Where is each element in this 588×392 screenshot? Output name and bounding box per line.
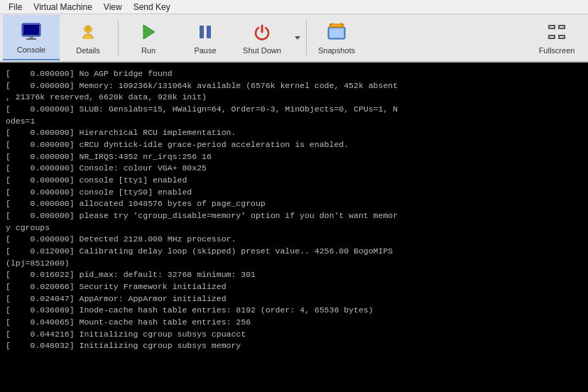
svg-marker-9 (295, 36, 300, 40)
console-line: [ 0.044216] Initializing cgroup subsys c… (6, 329, 582, 341)
toolbar: Console Details Run Pause (0, 14, 588, 62)
console-line: [ 0.036089] Inode-cache hash table entri… (6, 305, 582, 317)
shutdown-icon (251, 21, 273, 43)
pause-button[interactable]: Pause (177, 15, 234, 60)
menu-item-file[interactable]: File (3, 1, 28, 13)
console-line: [ 0.000000] Memory: 109236k/131064k avai… (6, 80, 582, 92)
details-button[interactable]: Details (60, 15, 116, 60)
svg-rect-11 (330, 28, 344, 38)
menu-item-view[interactable]: View (98, 1, 128, 13)
run-label: Run (141, 46, 156, 55)
console-label: Console (17, 45, 45, 54)
console-line: [ 0.012000] Calibrating delay loop (skip… (6, 246, 582, 258)
svg-rect-14 (331, 24, 342, 27)
console-line: odes=1 (6, 116, 582, 128)
console-line: [ 0.048032] Initializing cgroup subsys m… (6, 340, 582, 352)
console-line: [ 0.000000] No AGP bridge found (6, 68, 582, 80)
shutdown-button[interactable]: Shut Down (234, 15, 290, 60)
menu-item-virtual-machine[interactable]: Virtual Machine (28, 1, 98, 13)
menu-item-send-key[interactable]: Send Key (128, 1, 176, 13)
console-line: [ 0.000000] cRCU dyntick-idle grace-peri… (6, 139, 582, 151)
console-line: y cgroups (6, 222, 582, 234)
svg-rect-8 (207, 26, 211, 38)
svg-rect-1 (23, 25, 39, 35)
details-label: Details (76, 46, 100, 55)
console-line: [ 0.000000] console [ttyS0] enabled (6, 187, 582, 199)
console-line: [ 0.000000] please try 'cgroup_disable=m… (6, 210, 582, 222)
console-line: [ 0.000000] Console: colour VGA+ 80x25 (6, 163, 582, 175)
svg-marker-6 (143, 25, 155, 39)
separator-1 (118, 20, 119, 55)
console-line: [ 0.000000] SLUB: Genslabs=15, HWalign=6… (6, 104, 582, 116)
console-button[interactable]: Console (3, 15, 60, 60)
console-line: [ 0.016022] pid_max: default: 32768 mini… (6, 269, 582, 281)
console-line: [ 0.024047] AppArmor: AppArmor initializ… (6, 293, 582, 305)
svg-rect-7 (200, 26, 204, 38)
pause-label: Pause (194, 46, 216, 55)
console-line: [ 0.000000] Hierarchical RCU implementat… (6, 127, 582, 139)
run-button[interactable]: Run (120, 15, 177, 60)
snapshots-button[interactable]: Snapshots (308, 15, 365, 60)
console-line: (lpj=8512000) (6, 258, 582, 270)
run-icon (137, 21, 160, 43)
console-output: [ 0.000000] No AGP bridge found[ 0.00000… (0, 62, 588, 392)
pause-icon (194, 21, 217, 43)
fullscreen-icon (545, 21, 568, 43)
console-line: [ 0.000000] NR_IRQS:4352 nr_irqs:256 16 (6, 151, 582, 163)
console-line: [ 0.000000] allocated 1048576 bytes of p… (6, 198, 582, 210)
console-icon (20, 20, 43, 43)
snapshots-label: Snapshots (318, 46, 355, 55)
svg-rect-3 (26, 38, 36, 40)
svg-rect-2 (29, 36, 33, 38)
separator-2 (306, 20, 307, 55)
console-line: [ 0.000000] Detected 2128.000 MHz proces… (6, 234, 582, 246)
shutdown-dropdown-button[interactable] (290, 15, 305, 60)
snapshots-icon (325, 21, 348, 43)
menu-bar: FileVirtual MachineViewSend Key (0, 0, 588, 14)
fullscreen-button[interactable]: Fullscreen (528, 15, 585, 60)
console-line: [ 0.000000] console [tty1] enabled (6, 175, 582, 187)
console-line: [ 0.020066] Security Framework initializ… (6, 281, 582, 293)
details-icon (77, 21, 99, 43)
shutdown-label: Shut Down (243, 46, 281, 55)
console-line: , 21376k reserved, 6620k data, 928k init… (6, 92, 582, 104)
console-line: [ 0.040065] Mount-cache hash table entri… (6, 317, 582, 329)
fullscreen-label: Fullscreen (539, 46, 575, 55)
svg-point-5 (86, 27, 90, 31)
